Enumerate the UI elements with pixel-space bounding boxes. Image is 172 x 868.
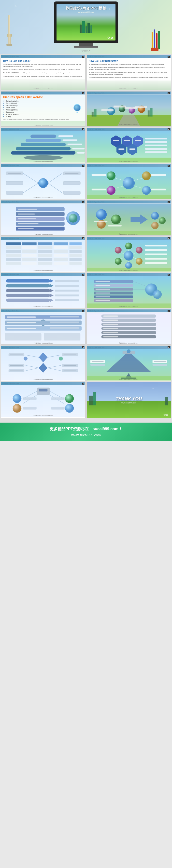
slide-8: Click To Type Slide Title ■: [86, 164, 171, 199]
slide-4-header: Click To Type Slide Title ■: [87, 92, 171, 94]
slide-10: Click To Type Slide Title ■: [86, 200, 171, 236]
svg-rect-113: [38, 242, 52, 245]
svg-point-103: [151, 212, 159, 220]
svg-point-273: [65, 394, 74, 403]
slide-16-btn[interactable]: ■: [168, 310, 170, 312]
slide-15-content: © 2013 Slidez • www.sucai999.com: [1, 312, 85, 344]
slide-10-svg: © 2013 Slidez • www.sucai999.com: [87, 204, 171, 235]
svg-rect-157: [145, 249, 167, 251]
svg-rect-158: [145, 253, 167, 255]
slide-4-header-label: Click To Type Slide Title: [88, 92, 105, 94]
slide-17-content: © 2013 Slidez • www.sucai999.com: [1, 349, 85, 381]
svg-rect-206: [7, 322, 36, 323]
svg-text:© 2013 Slidez • www.sucai999.c: © 2013 Slidez • www.sucai999.com: [119, 234, 138, 235]
slide-1-content: How To Edit The Logo? If you'd like to c…: [1, 58, 85, 90]
slide-2-btn[interactable]: ■: [168, 56, 170, 58]
slide-6-header: Click To Type Slide Title ■: [87, 128, 171, 131]
svg-rect-221: [103, 315, 118, 317]
slide-12: Click To Type Slide Title ■: [86, 237, 171, 272]
bottom-spacer: [0, 441, 172, 451]
slide-7-btn[interactable]: ■: [82, 165, 84, 167]
slide-18-content: © 2013 Slidez • www.sucai999.com: [87, 349, 171, 381]
svg-rect-81: [151, 189, 166, 190]
slide-12-svg: © 2013 Slidez • www.sucai999.com: [87, 240, 171, 272]
svg-text:© 2013 Slidez • www.sucai999.c: © 2013 Slidez • www.sucai999.com: [119, 161, 138, 162]
slide-16-svg: © 2013 Slidez • www.sucai999.com: [87, 312, 171, 344]
slide-11-btn[interactable]: ■: [82, 237, 84, 239]
slide-8-btn[interactable]: ■: [168, 165, 170, 167]
slide-10-btn[interactable]: ■: [168, 201, 170, 203]
slide-20: ✈ THANK YOU www.sucai999.com ✿✿: [86, 382, 171, 418]
slide-3-btn[interactable]: ■: [82, 92, 84, 94]
svg-point-194: [153, 290, 162, 299]
slide-8-svg: © 2013 Slidez • www.sucai999.com: [87, 167, 171, 199]
svg-rect-9: [124, 107, 137, 109]
svg-rect-25: [67, 144, 82, 145]
svg-rect-116: [6, 246, 21, 249]
slide-13-btn[interactable]: ■: [82, 274, 84, 276]
svg-point-149: [115, 247, 122, 253]
slide-9: Click To Type Slide Title ■: [1, 200, 86, 236]
slide-15-btn[interactable]: ■: [82, 310, 84, 312]
slide-3-item-7: EZ-Plug: [3, 115, 70, 118]
svg-point-148: [115, 258, 122, 265]
slide-13-header-label: Click To Type Slide Title: [2, 274, 19, 275]
svg-point-72: [107, 186, 115, 195]
slide-4-btn[interactable]: ■: [168, 92, 170, 94]
svg-rect-112: [22, 242, 36, 245]
svg-rect-210: [50, 327, 79, 329]
svg-rect-40: [145, 138, 167, 140]
svg-rect-225: [103, 332, 118, 333]
svg-point-272: [13, 394, 22, 403]
slide-14-content: © 2013 Slidez • www.sucai999.com: [87, 276, 171, 308]
slide-1-btn[interactable]: ■: [82, 56, 84, 58]
svg-rect-205: [7, 316, 36, 317]
pencil-1: [152, 32, 153, 49]
slide-9-btn[interactable]: ■: [82, 201, 84, 203]
slide-7-header-label: Click To Type Slide Title: [2, 165, 19, 166]
slide-3-content: Pictures speak 1,000 words! Design Inspi…: [1, 94, 85, 126]
slide-2: Click To Type Slide Title ■ How Do I Edi…: [86, 55, 171, 90]
svg-rect-226: [103, 336, 118, 337]
slide-5-header-label: Click To Type Slide Title: [2, 129, 19, 130]
slide-2-body-3: Stylish templates can be a valuable aid …: [89, 76, 169, 79]
svg-rect-172: [55, 289, 79, 291]
pencil-4: [158, 31, 160, 49]
slide-19-content: © 2013 Slidez • www.sucai999.com: [1, 385, 85, 417]
slide-18-btn[interactable]: ■: [168, 346, 170, 348]
slide-5-btn[interactable]: ■: [82, 128, 84, 130]
slide-15-header-label: Click To Type Slide Title: [2, 310, 19, 312]
svg-rect-207: [7, 328, 36, 329]
slide-12-btn[interactable]: ■: [168, 237, 170, 239]
slide-18-svg: © 2013 Slidez • www.sucai999.com: [87, 349, 171, 381]
svg-rect-160: [145, 262, 167, 264]
slide-18-header-label: Click To Type Slide Title: [88, 346, 105, 348]
slide-15: Click To Type Slide Title ■: [1, 309, 86, 345]
slide-17-btn[interactable]: ■: [82, 346, 84, 348]
svg-rect-156: [145, 245, 167, 246]
svg-rect-262: [90, 364, 105, 366]
svg-rect-38: [118, 149, 124, 150]
monitor-base: [74, 46, 98, 48]
slide-3-item-6: Simplicity & Beauty: [3, 113, 70, 115]
svg-rect-187: [95, 281, 110, 282]
slide-1-header-label: Click To Type Slide Title: [2, 56, 19, 57]
slides-row-1: Click To Type Slide Title ■ How To Edit …: [1, 55, 171, 90]
slide-6-btn[interactable]: ■: [168, 128, 170, 130]
svg-rect-10: [135, 106, 147, 108]
slide-14-header-label: Click To Type Slide Title: [88, 274, 105, 275]
slide-14: Click To Type Slide Title ■: [86, 273, 171, 308]
slide-2-body-2: To regroup diagrams: Select the objects …: [89, 71, 169, 75]
slide-14-btn[interactable]: ■: [168, 274, 170, 276]
svg-rect-128: [38, 254, 52, 257]
slide-19-btn[interactable]: ■: [82, 382, 84, 384]
svg-point-147: [125, 262, 132, 269]
slides-grid: Click To Type Slide Title ■ How To Edit …: [0, 54, 172, 420]
slide-17-svg: © 2013 Slidez • www.sucai999.com: [1, 349, 85, 381]
svg-point-146: [136, 258, 143, 265]
svg-text:© 2013 Slidez • www.sucai999.c: © 2013 Slidez • www.sucai999.com: [119, 197, 138, 198]
slide-3-item-2: Premium Design: [3, 104, 70, 106]
svg-point-70: [107, 171, 115, 180]
svg-rect-18: [26, 138, 61, 142]
slide-2-title: How Do I Edit Diagrams?: [89, 60, 169, 62]
